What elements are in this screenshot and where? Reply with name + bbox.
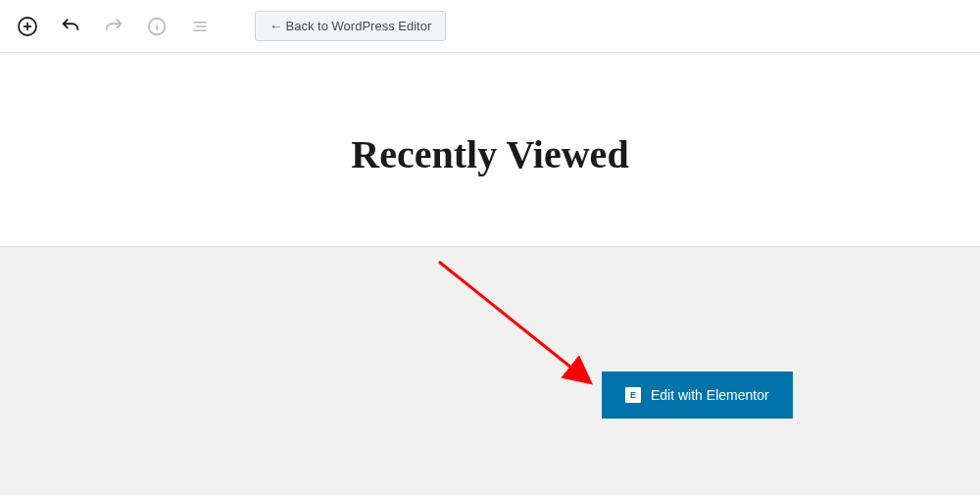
redo-icon <box>96 9 131 44</box>
undo-icon[interactable] <box>53 9 88 44</box>
svg-line-10 <box>439 262 586 379</box>
back-to-wordpress-button[interactable]: ← Back to WordPress Editor <box>255 11 446 41</box>
elementor-button-label: Edit with Elementor <box>651 387 769 403</box>
content-section: E Edit with Elementor <box>0 246 980 495</box>
elementor-icon: E <box>625 387 641 403</box>
add-block-icon[interactable] <box>10 9 45 44</box>
outline-icon[interactable] <box>182 9 218 44</box>
title-section: Recently Viewed <box>0 53 980 246</box>
annotation-arrow <box>429 252 615 409</box>
info-icon[interactable] <box>139 9 174 44</box>
editor-toolbar: ← Back to WordPress Editor <box>0 0 980 53</box>
edit-with-elementor-button[interactable]: E Edit with Elementor <box>602 371 793 419</box>
page-title[interactable]: Recently Viewed <box>0 131 980 177</box>
